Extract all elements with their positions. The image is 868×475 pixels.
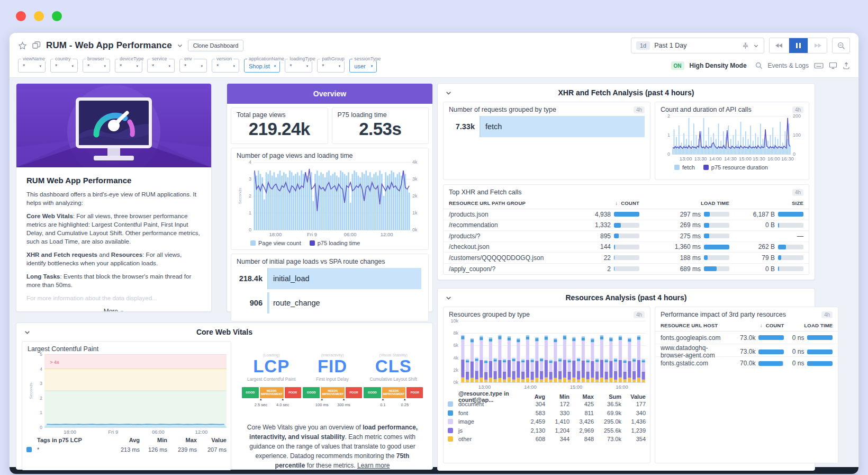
toplist-row[interactable]: 906route_change: [233, 292, 423, 313]
toplist-row[interactable]: 218.4kinitial_load: [233, 268, 423, 289]
filter-applicationName[interactable]: applicationNameShop.ist▾: [244, 59, 280, 73]
lcp-chart[interactable]: Seconds543210> 4s18:00Fri 906:0012:00: [22, 354, 231, 435]
time-range-picker[interactable]: 1d Past 1 Day: [631, 38, 764, 53]
legend-table-row[interactable]: font58333081169.9k340: [444, 409, 650, 418]
keyboard-icon[interactable]: [814, 62, 824, 69]
filter-browser[interactable]: browser*▾: [83, 59, 110, 73]
filter-service[interactable]: service*▾: [147, 59, 175, 73]
zoom-out-button[interactable]: [832, 38, 850, 53]
toplist-row[interactable]: 7.33kfetch: [446, 116, 645, 137]
cwv-panel-title: Core Web Vitals: [16, 328, 432, 336]
legend-table-row[interactable]: image2,4591,4103,426295.0k1,436: [444, 417, 650, 426]
filter-sessionType[interactable]: sessionTypeuser▾: [349, 59, 377, 73]
col-count[interactable]: ↓COUNT: [560, 200, 639, 206]
step-forward-button[interactable]: [808, 38, 827, 53]
resource-host: fonts.gstatic.com: [661, 360, 720, 367]
col-resource-host[interactable]: RESOURCE URL HOST: [661, 322, 720, 328]
col-load-time[interactable]: LOAD TIME: [639, 200, 729, 206]
learn-more-link[interactable]: Learn more: [357, 462, 390, 469]
col-count[interactable]: ↓COUNT: [720, 322, 784, 328]
max-value: 3,426: [569, 418, 594, 425]
legend-item[interactable]: p75 resource duration: [703, 164, 768, 171]
star-icon[interactable]: [18, 41, 27, 50]
template-variables: viewName*▾country*▾browser*▾deviceType*▾…: [18, 59, 377, 73]
table-row[interactable]: fonts.googleapis.com73.0k0 ns: [655, 331, 838, 344]
metric-cell: 6,187 B: [729, 211, 803, 218]
chevron-down-icon: ▾: [274, 64, 276, 68]
pause-button[interactable]: [789, 38, 808, 53]
x-tick: 13:30: [694, 156, 707, 162]
close-window-button[interactable]: [16, 11, 26, 21]
monitor-icon[interactable]: [829, 62, 837, 69]
pageviews-chart[interactable]: Seconds432104k3k2k1k0k18:00Fri 906:0012:…: [231, 161, 428, 249]
table-row[interactable]: /checkout.json1441,360 ms262 B: [444, 242, 809, 253]
lcp-chart-widget: Largest Contentful Paint Seconds543210> …: [22, 341, 231, 470]
filter-loadingType[interactable]: loadingType*▾: [285, 59, 312, 73]
api-calls-chart[interactable]: 210200100013:0013:3014:0014:3015:0015:30…: [655, 115, 809, 172]
search-icon[interactable]: [755, 62, 763, 69]
loads-toplist-widget: Number of initial page loads vs SPA rout…: [231, 254, 429, 321]
gauge-threshold: ▲0.25: [401, 398, 409, 407]
legend-item[interactable]: Page view count: [250, 240, 301, 246]
timeframe-chip: 4h: [821, 311, 833, 318]
minimize-window-button[interactable]: [34, 11, 44, 21]
legend-item[interactable]: p75 loading time: [310, 240, 360, 246]
events-logs-label[interactable]: Events & Logs: [768, 62, 809, 69]
table-row[interactable]: /customers/QQQQQDDOGQ.json22188 ms79 B: [444, 253, 809, 264]
stat-p75-loading-time[interactable]: P75 loading time 2.53s: [332, 107, 429, 144]
table-row[interactable]: /products.json4,938297 ms6,187 B: [444, 209, 809, 220]
more-button[interactable]: More ▼: [16, 307, 211, 312]
clone-dashboard-button[interactable]: Clone Dashboard: [188, 40, 244, 51]
gauge-segment: GOOD: [242, 387, 259, 398]
table-row[interactable]: www.datadoghq-browser-agent.com73.0k0 ns: [655, 344, 838, 357]
filter-viewName[interactable]: viewName*▾: [18, 59, 46, 73]
y-axis-label: Seconds: [29, 382, 33, 399]
step-backward-button[interactable]: [770, 38, 789, 53]
resources-chart[interactable]: 10k8k6k4k2k0k13:0014:0015:0016:00: [444, 320, 650, 390]
x-tick: Fri 9: [307, 231, 317, 237]
filter-country[interactable]: country*▾: [50, 59, 78, 73]
high-density-toggle[interactable]: ON: [671, 61, 684, 70]
filter-env[interactable]: env*▾: [179, 59, 207, 73]
col-load-time[interactable]: LOAD TIME: [784, 322, 833, 328]
collapse-chevron-icon[interactable]: [445, 89, 452, 96]
table-row[interactable]: /apply_coupon/?2689 ms0 B: [444, 264, 809, 275]
metric-bar: [778, 223, 803, 228]
stat-total-page-views[interactable]: Total page views 219.24k: [231, 107, 328, 144]
share-export-icon[interactable]: [843, 62, 850, 69]
pin-icon[interactable]: [742, 42, 749, 49]
time-chevron-down-icon[interactable]: [753, 43, 759, 49]
gauge-scale: GOOD▲2.5 secNEEDS IMPROVEMENT▲4.0 secPOO…: [242, 387, 301, 398]
collapse-chevron-icon[interactable]: [24, 329, 31, 336]
filter-pathGroup[interactable]: pathGroup*▾: [317, 59, 345, 73]
legend-item[interactable]: fetch: [674, 164, 695, 171]
dashboard-body: RUM Web App Performance This dashboard o…: [10, 77, 858, 467]
x-tick: 15:30: [753, 156, 765, 162]
chart-legend: fetchp75 resource duration: [659, 162, 804, 172]
col-resource-url[interactable]: RESOURCE URL PATH GROUP: [449, 200, 560, 206]
table-row[interactable]: /recommendation1,332269 ms0 B: [444, 220, 809, 231]
avg-value: 583: [521, 410, 545, 416]
metric-bar: [778, 245, 803, 249]
metric-cell: 0 B: [729, 265, 803, 273]
dashboards-icon[interactable]: [32, 41, 41, 50]
filter-label: pathGroup: [320, 56, 346, 61]
legend-table-row[interactable]: js2,1301,2042,969255.6k1,239: [444, 426, 650, 435]
metric-cell: 275 ms: [639, 232, 729, 240]
legend-table-row[interactable]: document30417242536.5k177: [444, 400, 650, 409]
metric-value: 689 ms: [680, 265, 701, 273]
x-tick: 15:00: [739, 156, 752, 162]
legend-table-row[interactable]: other60834484873.0k354: [444, 435, 650, 444]
filter-deviceType[interactable]: deviceType*▾: [115, 59, 142, 73]
lcp-table-row[interactable]: * 213 ms 126 ms 239 ms 207 ms: [22, 445, 231, 454]
maximize-window-button[interactable]: [52, 11, 62, 21]
filter-version[interactable]: version*▾: [212, 59, 239, 73]
col-size[interactable]: SIZE: [729, 200, 803, 206]
filter-label: country: [53, 56, 73, 61]
table-row[interactable]: /products/?895275 ms—: [444, 231, 809, 242]
timeframe-chip: 4h: [634, 311, 645, 318]
metric-value: 2: [607, 265, 611, 273]
title-chevron-down-icon[interactable]: [177, 42, 183, 49]
collapse-chevron-icon[interactable]: [445, 294, 452, 301]
filter-value: *: [87, 63, 89, 69]
